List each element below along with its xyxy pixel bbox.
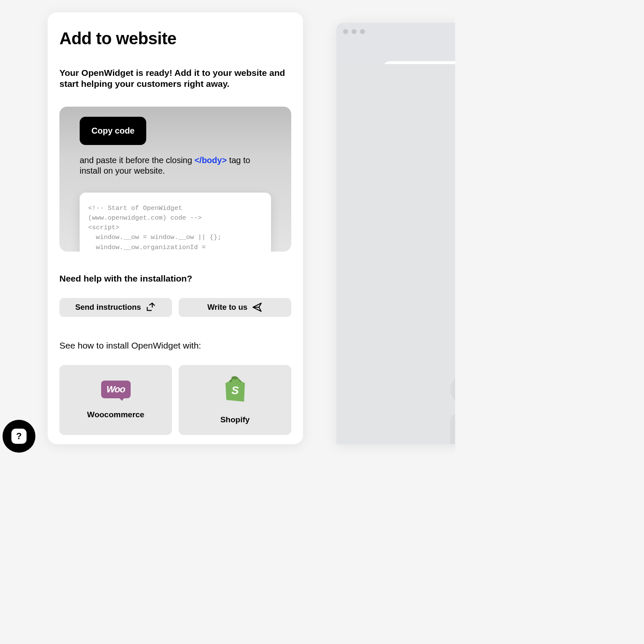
send-icon — [252, 302, 263, 313]
help-launcher-button[interactable]: ? — [3, 420, 35, 453]
body-tag-highlight: </body> — [194, 156, 227, 165]
help-section-title: Need help with the installation? — [59, 274, 291, 284]
browser-titlebar — [336, 23, 455, 40]
page-title: Add to website — [59, 29, 291, 48]
page-subtitle: Your OpenWidget is ready! Add it to your… — [59, 67, 291, 90]
woocommerce-logo-text: Woo — [106, 384, 125, 395]
preview-widget-pill — [450, 376, 455, 404]
code-install-panel: Copy code and paste it before the closin… — [59, 107, 291, 252]
platform-label-woocommerce: Woocommerce — [87, 410, 145, 419]
platform-card-shopify[interactable]: S Shopify — [179, 365, 291, 435]
send-instructions-button[interactable]: Send instructions — [59, 298, 172, 317]
platform-row: Woo Woocommerce S Shopify — [59, 365, 291, 435]
browser-preview — [336, 23, 455, 444]
paste-instruction-prefix: and paste it before the closing — [80, 156, 194, 165]
help-icon: ? — [11, 429, 27, 444]
window-control-dot — [352, 29, 357, 34]
svg-text:S: S — [231, 384, 239, 397]
woocommerce-logo-icon: Woo — [101, 381, 131, 398]
install-with-text: See how to install OpenWidget with: — [59, 341, 291, 351]
window-control-dot — [343, 29, 348, 34]
platform-card-woocommerce[interactable]: Woo Woocommerce — [59, 365, 172, 435]
write-to-us-button[interactable]: Write to us — [179, 298, 291, 317]
copy-code-button[interactable]: Copy code — [80, 117, 146, 145]
send-instructions-label: Send instructions — [75, 303, 141, 312]
browser-viewport — [336, 64, 455, 444]
window-control-dot — [360, 29, 365, 34]
help-button-row: Send instructions Write to us — [59, 298, 291, 317]
code-snippet: <!-- Start of OpenWidget (www.openwidget… — [80, 193, 271, 252]
paste-instruction: and paste it before the closing </body> … — [80, 155, 271, 176]
write-to-us-label: Write to us — [207, 303, 247, 312]
share-icon — [145, 302, 156, 313]
shopify-logo-icon: S — [223, 376, 247, 403]
platform-label-shopify: Shopify — [220, 415, 250, 424]
preview-widget-panel — [450, 414, 455, 444]
add-to-website-panel: Add to website Your OpenWidget is ready!… — [48, 12, 303, 444]
browser-toolbar — [336, 40, 455, 64]
